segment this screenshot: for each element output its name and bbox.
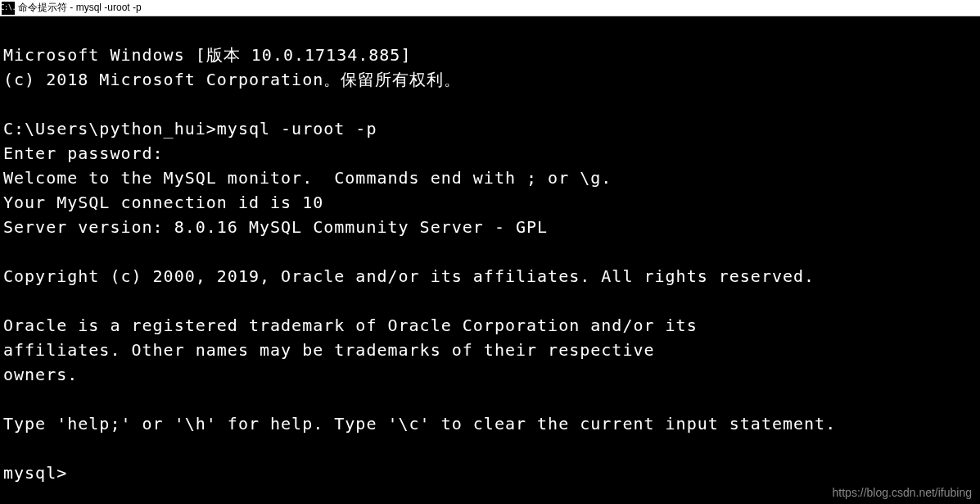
- terminal-line: Your MySQL connection id is 10: [3, 193, 323, 212]
- terminal-line: Microsoft Windows [版本 10.0.17134.885]: [3, 45, 411, 65]
- window-titlebar[interactable]: C:\. 命令提示符 - mysql -uroot -p: [0, 0, 980, 16]
- window-title: 命令提示符 - mysql -uroot -p: [18, 1, 142, 15]
- terminal-line: affiliates. Other names may be trademark…: [3, 340, 655, 360]
- cmd-icon: C:\.: [2, 2, 15, 15]
- terminal-line: Oracle is a registered trademark of Orac…: [3, 316, 698, 335]
- terminal-output[interactable]: Microsoft Windows [版本 10.0.17134.885] (c…: [0, 16, 980, 487]
- terminal-line: C:\Users\python_hui>mysql -uroot -p: [3, 119, 377, 138]
- terminal-line: Copyright (c) 2000, 2019, Oracle and/or …: [3, 266, 815, 286]
- cmd-icon-text: C:\.: [0, 4, 16, 11]
- terminal-line: Welcome to the MySQL monitor. Commands e…: [3, 168, 612, 188]
- terminal-line: (c) 2018 Microsoft Corporation。保留所有权利。: [3, 70, 461, 89]
- terminal-line: Server version: 8.0.16 MySQL Community S…: [3, 217, 548, 237]
- watermark-text: https://blog.csdn.net/ifubing: [833, 486, 972, 499]
- terminal-line: Type 'help;' or '\h' for help. Type '\c'…: [3, 414, 836, 434]
- terminal-line: owners.: [3, 365, 78, 384]
- terminal-line: Enter password:: [3, 143, 164, 163]
- mysql-prompt[interactable]: mysql>: [3, 463, 67, 483]
